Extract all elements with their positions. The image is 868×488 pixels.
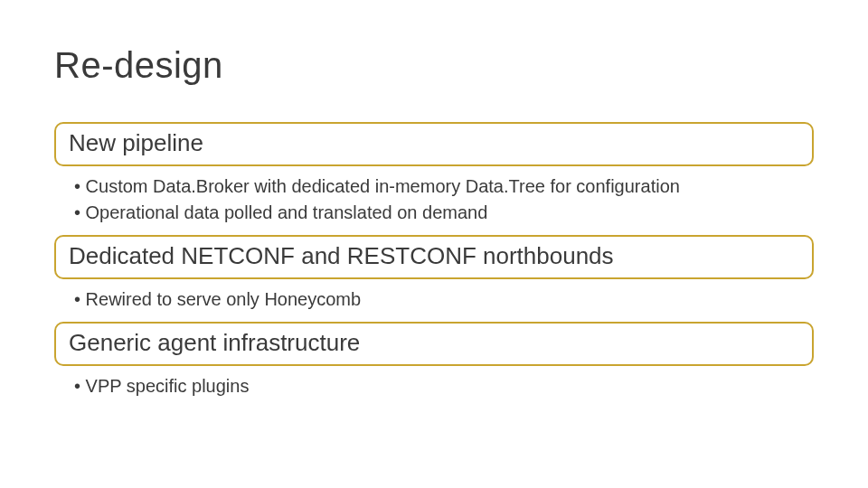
bullet-item: Custom Data.Broker with dedicated in-mem… <box>74 174 814 200</box>
section-body-3: VPP specific plugins <box>54 371 814 408</box>
section-heading-3: Generic agent infrastructure <box>54 322 814 366</box>
section-heading-1: New pipeline <box>54 122 814 166</box>
section-heading-2: Dedicated NETCONF and RESTCONF northboun… <box>54 235 814 279</box>
bullet-item: Rewired to serve only Honeycomb <box>74 286 814 313</box>
bullet-item: VPP specific plugins <box>74 373 814 399</box>
slide-title: Re-design <box>54 45 814 86</box>
section-body-2: Rewired to serve only Honeycomb <box>54 285 814 322</box>
bullet-item: Operational data polled and translated o… <box>74 200 814 226</box>
slide: Re-design New pipeline Custom Data.Broke… <box>0 0 868 488</box>
section-body-1: Custom Data.Broker with dedicated in-mem… <box>54 172 814 235</box>
